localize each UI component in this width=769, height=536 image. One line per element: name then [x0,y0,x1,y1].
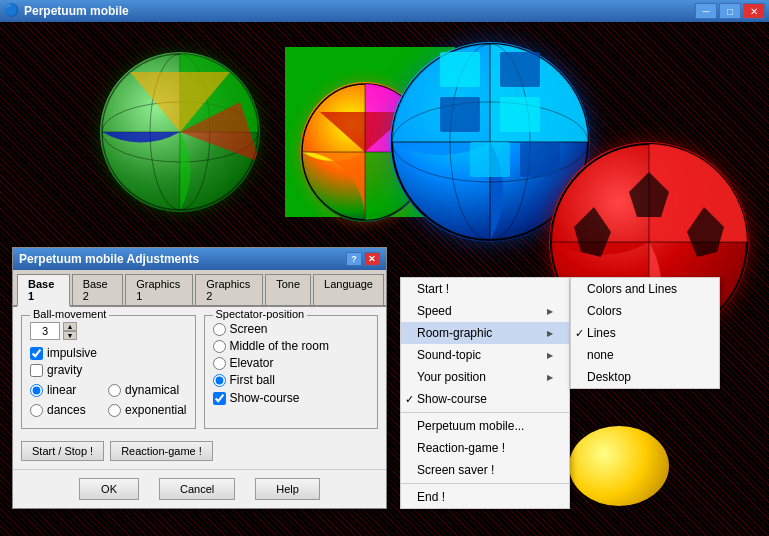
dialog-close-button[interactable]: ✕ [364,252,380,266]
svg-rect-13 [440,52,480,87]
spectator-position-group: Spectator-position Screen Middle of the … [204,315,379,429]
radio-elevator: Elevator [213,356,370,370]
dialog-body: Ball-movement 3 ▲ ▼ impulsive [13,307,386,469]
bottom-buttons-row: OK Cancel Help [13,469,386,508]
submenu-item-none[interactable]: none [571,344,719,366]
spin-up[interactable]: ▲ [63,322,77,331]
help-button[interactable]: Help [255,478,320,500]
radio-linear: linear [30,383,104,397]
radio-dynamical-input[interactable] [108,384,121,397]
menu-item-show-course[interactable]: Show-course [401,388,569,410]
close-button[interactable]: ✕ [743,3,765,19]
radio-firstball: First ball [213,373,370,387]
menu-item-end[interactable]: End ! [401,486,569,508]
svg-rect-16 [500,97,540,132]
menu-item-your-position[interactable]: Your position [401,366,569,388]
dialog-title-buttons: ? ✕ [346,252,380,266]
ok-button[interactable]: OK [79,478,139,500]
radio-exponential: exponential [108,403,186,417]
radio-linear-label: linear [47,383,76,397]
impulsive-row: impulsive [30,346,187,360]
radio-elevator-input[interactable] [213,357,226,370]
menu-separator-1 [401,412,569,413]
gravity-label: gravity [47,363,82,377]
menu-item-room-graphic[interactable]: Room-graphic [401,322,569,344]
spin-input[interactable]: 3 [30,322,60,340]
dialog-help-button[interactable]: ? [346,252,362,266]
minimize-button[interactable]: ─ [695,3,717,19]
menu-item-sound-topic[interactable]: Sound-topic [401,344,569,366]
submenu-item-lines[interactable]: Lines [571,322,719,344]
impulsive-label: impulsive [47,346,97,360]
dialog-title-bar: Perpetuum mobile Adjustments ? ✕ [13,248,386,270]
show-course-label: Show-course [230,391,300,405]
menu-item-screen-saver[interactable]: Screen saver ! [401,459,569,481]
svg-rect-18 [470,142,510,177]
movement-radio-group: linear dynamical dances [30,383,187,420]
radio-dynamical-label: dynamical [125,383,179,397]
ball-movement-group: Ball-movement 3 ▲ ▼ impulsive [21,315,196,429]
gravity-row: gravity [30,363,187,377]
submenu-item-colors-and-lines[interactable]: Colors and Lines [571,278,719,300]
menu-separator-2 [401,483,569,484]
radio-screen: Screen [213,322,370,336]
submenu-item-desktop[interactable]: Desktop [571,366,719,388]
menu-item-speed[interactable]: Speed [401,300,569,322]
context-menu: Start ! Speed Room-graphic Sound-topic Y… [400,277,570,509]
main-content: Perpetuum mobile Adjustments ? ✕ Base 1 … [0,22,769,536]
menu-item-perpetuum-mobile[interactable]: Perpetuum mobile... [401,415,569,437]
tab-tone[interactable]: Tone [265,274,311,305]
radio-exponential-input[interactable] [108,404,121,417]
svg-rect-15 [440,97,480,132]
show-course-checkbox[interactable] [213,392,226,405]
reaction-game-button[interactable]: Reaction-game ! [110,441,213,461]
radio-dances: dances [30,403,104,417]
start-stop-button[interactable]: Start / Stop ! [21,441,104,461]
radio-dynamical: dynamical [108,383,186,397]
radio-dances-label: dances [47,403,86,417]
spectator-title: Spectator-position [213,308,308,320]
tab-graphics1[interactable]: Graphics 1 [125,274,193,305]
radio-linear-input[interactable] [30,384,43,397]
svg-rect-14 [500,52,540,87]
show-course-row: Show-course [213,391,370,405]
spin-down[interactable]: ▼ [63,331,77,340]
tab-graphics2[interactable]: Graphics 2 [195,274,263,305]
app-icon: 🔵 [4,3,20,19]
maximize-button[interactable]: □ [719,3,741,19]
impulsive-checkbox[interactable] [30,347,43,360]
title-bar-buttons: ─ □ ✕ [695,3,765,19]
ball-green [100,52,260,212]
radio-dances-input[interactable] [30,404,43,417]
radio-exponential-label: exponential [125,403,186,417]
radio-screen-label: Screen [230,322,268,336]
title-bar: 🔵 Perpetuum mobile ─ □ ✕ [0,0,769,22]
radio-firstball-label: First ball [230,373,275,387]
radio-middle-label: Middle of the room [230,339,329,353]
menu-item-start[interactable]: Start ! [401,278,569,300]
menu-item-reaction-game[interactable]: Reaction-game ! [401,437,569,459]
ball-movement-title: Ball-movement [30,308,109,320]
dialog-adjustments: Perpetuum mobile Adjustments ? ✕ Base 1 … [12,247,387,509]
action-buttons-row: Start / Stop ! Reaction-game ! [21,441,378,461]
gravity-checkbox[interactable] [30,364,43,377]
tab-language[interactable]: Language [313,274,384,305]
window-title: Perpetuum mobile [24,4,695,18]
tab-base2[interactable]: Base 2 [72,274,124,305]
tab-base1[interactable]: Base 1 [17,274,70,307]
spin-arrows: ▲ ▼ [63,322,77,340]
dialog-main-row: Ball-movement 3 ▲ ▼ impulsive [21,315,378,435]
radio-elevator-label: Elevator [230,356,274,370]
ball-yellow [569,426,669,506]
radio-middle: Middle of the room [213,339,370,353]
dialog-title-text: Perpetuum mobile Adjustments [19,252,199,266]
sub-menu-room-graphic: Colors and Lines Colors Lines none Deskt… [570,277,720,389]
radio-middle-input[interactable] [213,340,226,353]
dialog-tabs: Base 1 Base 2 Graphics 1 Graphics 2 Tone… [13,270,386,307]
submenu-item-colors[interactable]: Colors [571,300,719,322]
cancel-button[interactable]: Cancel [159,478,235,500]
spin-box: 3 ▲ ▼ [30,322,187,340]
radio-firstball-input[interactable] [213,374,226,387]
radio-screen-input[interactable] [213,323,226,336]
ball-green-overlay [100,52,260,212]
